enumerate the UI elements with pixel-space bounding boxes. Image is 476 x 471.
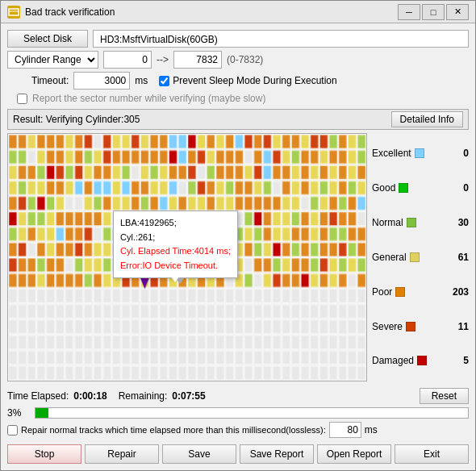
legend-item-good: Good 0 (372, 181, 469, 195)
bottom-area: Time Elapsed: 0:00:18 Remaining: 0:07:55… (7, 388, 469, 438)
report-sector-row: Report the sector number while verifying… (17, 93, 469, 104)
timeout-input[interactable]: 3000 (73, 72, 130, 90)
window-title: Bad track verification (25, 6, 398, 18)
legend-label: Damaged (372, 355, 427, 366)
legend-color-dot (395, 287, 405, 297)
progress-row: 3% (7, 407, 469, 419)
content-area: Select Disk HD3:MsftVirtualDisk(60GB) Cy… (1, 23, 475, 470)
disk-row: Select Disk HD3:MsftVirtualDisk(60GB) (7, 30, 469, 48)
repair-button[interactable]: Repair (85, 444, 159, 464)
report-sector-checkbox[interactable] (17, 94, 27, 104)
legend-label: Poor (372, 286, 405, 298)
legend-name: General (372, 252, 407, 263)
legend-name: Damaged (372, 355, 414, 366)
range-hint: (0-7832) (227, 54, 263, 65)
legend-item-severe: Severe 11 (372, 319, 469, 334)
app-icon (7, 6, 20, 19)
legend-count: 0 (463, 148, 469, 159)
detailed-info-button[interactable]: Detailed Info (391, 111, 463, 127)
legend-color-dot (415, 148, 424, 158)
legend-label: Excellent (372, 148, 424, 159)
report-sector-label: Report the sector number while verifying… (32, 93, 265, 104)
repair-checkbox[interactable] (7, 425, 18, 436)
legend-count: 203 (453, 286, 469, 298)
legend-name: Normal (372, 217, 403, 228)
timeout-row: Timeout: 3000 ms Prevent Sleep Mode Duri… (7, 72, 469, 90)
range-start-input[interactable]: 0 (103, 51, 152, 69)
progress-bar-fill (35, 408, 48, 418)
repair-row: Repair normal tracks which time elapsed … (7, 422, 469, 438)
range-end-input[interactable]: 7832 (173, 51, 222, 69)
legend-count: 11 (458, 321, 469, 332)
legend-color-dot (399, 183, 408, 193)
repair-unit: ms (365, 424, 378, 436)
legend-item-normal: Normal 30 (372, 215, 469, 230)
legend-color-dot (407, 218, 416, 227)
exit-button[interactable]: Exit (395, 444, 469, 464)
open-report-button[interactable]: Open Report (317, 444, 391, 464)
legend-area: Excellent 0 Good 0 Normal 30 General 61 … (372, 133, 469, 381)
main-window: Bad track verification ─ □ ✕ Select Disk… (0, 0, 476, 471)
minimize-button[interactable]: ─ (398, 4, 420, 20)
footer-buttons: Stop Repair Save Save Report Open Report… (7, 444, 469, 464)
close-button[interactable]: ✕ (446, 4, 469, 20)
legend-label: General (372, 252, 420, 263)
legend-label: Good (372, 182, 408, 194)
save-button[interactable]: Save (162, 444, 236, 464)
time-elapsed-value: 0:00:18 (73, 390, 106, 402)
prevent-sleep-label: Prevent Sleep Mode During Execution (173, 75, 336, 86)
select-disk-button[interactable]: Select Disk (7, 30, 88, 48)
reset-button[interactable]: Reset (420, 388, 469, 404)
progress-bar (35, 407, 469, 419)
range-type-select[interactable]: Cylinder Range LBA Range (7, 51, 98, 69)
legend-item-damaged: Damaged 5 (372, 353, 469, 368)
grid-canvas (8, 134, 366, 381)
repair-label: Repair normal tracks which time elapsed … (21, 425, 326, 435)
remaining-label: Remaining: (119, 390, 168, 402)
range-row: Cylinder Range LBA Range 0 --> 7832 (0-7… (7, 51, 469, 69)
legend-name: Excellent (372, 148, 411, 159)
legend-color-dot (406, 322, 415, 331)
timeout-label: Timeout: (31, 75, 69, 86)
window-controls: ─ □ ✕ (398, 4, 469, 20)
legend-count: 5 (463, 355, 469, 366)
main-area: LBA:4192965; Cyl.:261; Cyl. Elapsed Time… (7, 133, 469, 381)
timeout-unit: ms (135, 75, 148, 86)
grid-area: LBA:4192965; Cyl.:261; Cyl. Elapsed Time… (7, 133, 367, 381)
legend-label: Severe (372, 321, 415, 332)
legend-item-excellent: Excellent 0 (372, 146, 469, 160)
legend-color-dot (410, 252, 420, 262)
legend-name: Poor (372, 286, 392, 298)
legend-count: 61 (458, 252, 469, 263)
prevent-sleep-row: Prevent Sleep Mode During Execution (159, 75, 336, 86)
legend-count: 0 (463, 182, 469, 194)
time-elapsed-label: Time Elapsed: (7, 390, 69, 402)
disk-value: HD3:MsftVirtualDisk(60GB) (93, 30, 469, 48)
time-row: Time Elapsed: 0:00:18 Remaining: 0:07:55… (7, 388, 469, 404)
legend-count: 30 (458, 217, 469, 228)
maximize-button[interactable]: □ (422, 4, 445, 20)
svg-rect-0 (9, 9, 19, 15)
save-report-button[interactable]: Save Report (240, 444, 314, 464)
title-bar: Bad track verification ─ □ ✕ (1, 1, 475, 23)
repair-ms-input[interactable]: 80 (329, 422, 361, 438)
range-arrow: --> (157, 54, 169, 65)
legend-label: Normal (372, 217, 416, 228)
legend-item-general: General 61 (372, 250, 469, 265)
legend-color-dot (417, 356, 427, 365)
result-text: Result: Verifying Cylinder:305 (13, 114, 140, 125)
remaining-value: 0:07:55 (172, 390, 205, 402)
legend-name: Good (372, 182, 395, 194)
legend-name: Severe (372, 321, 403, 332)
progress-percent: 3% (7, 407, 30, 419)
prevent-sleep-checkbox[interactable] (159, 76, 169, 86)
legend-item-poor: Poor 203 (372, 285, 469, 299)
stop-button[interactable]: Stop (7, 444, 81, 464)
result-bar: Result: Verifying Cylinder:305 Detailed … (7, 109, 469, 130)
